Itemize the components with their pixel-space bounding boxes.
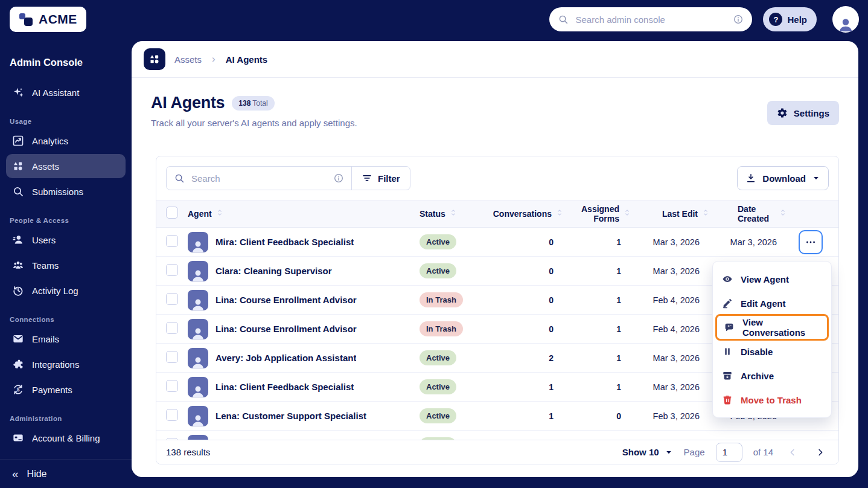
shapes-icon xyxy=(12,160,24,172)
agent-name: Mira: Client Feedback Specialist xyxy=(215,237,354,247)
person-icon xyxy=(190,384,206,397)
row-checkbox[interactable] xyxy=(166,322,178,334)
sidebar-item-users[interactable]: Users xyxy=(6,228,126,252)
sidebar-item-label: Emails xyxy=(32,334,59,344)
page-header: AI Agents 138Total Track all your server… xyxy=(132,78,858,128)
download-icon xyxy=(745,173,756,184)
row-actions-button[interactable] xyxy=(799,230,823,254)
status-badge: In Trash xyxy=(420,321,463,336)
page-number-input[interactable] xyxy=(716,443,742,462)
column-label: Status xyxy=(420,209,445,219)
acme-logo[interactable]: ACME xyxy=(10,7,86,32)
help-button[interactable]: ? Help xyxy=(763,7,817,31)
column-label: Date Created xyxy=(738,204,775,223)
sidebar-item-activity-log[interactable]: Activity Log xyxy=(6,278,126,303)
column-header-assigned-forms[interactable]: Assigned Forms xyxy=(569,204,637,223)
download-label: Download xyxy=(762,173,806,184)
ellipsis-icon xyxy=(805,236,817,248)
row-checkbox[interactable] xyxy=(166,264,178,276)
menu-item-view-conversations[interactable]: View Conversations xyxy=(715,314,829,341)
chevron-left-icon xyxy=(788,448,797,457)
breadcrumb-assets-link[interactable]: Assets xyxy=(174,54,202,65)
download-button[interactable]: Download xyxy=(737,166,829,190)
previous-page-button[interactable] xyxy=(784,444,801,461)
sidebar-item-assets[interactable]: Assets xyxy=(6,154,126,178)
info-icon xyxy=(733,14,744,25)
settings-button[interactable]: Settings xyxy=(767,101,839,125)
question-icon: ? xyxy=(769,13,782,26)
column-label: Last Edit xyxy=(662,209,698,219)
row-actions-menu: View AgentEdit AgentView ConversationsDi… xyxy=(712,261,832,418)
topbar: ACME ? Help xyxy=(0,0,868,39)
conversations-count: 0 xyxy=(498,295,569,305)
menu-item-move-to-trash[interactable]: Move to Trash xyxy=(713,388,831,412)
sidebar-item-integrations[interactable]: Integrations xyxy=(6,352,126,376)
row-checkbox[interactable] xyxy=(166,235,178,247)
row-checkbox[interactable] xyxy=(166,380,178,392)
row-checkbox[interactable] xyxy=(166,351,178,363)
sort-icon xyxy=(701,208,710,217)
select-all-checkbox[interactable] xyxy=(166,207,178,219)
menu-item-disable[interactable]: Disable xyxy=(713,339,831,364)
teams-icon xyxy=(12,259,24,271)
sidebar-item-submissions[interactable]: Submissions xyxy=(6,179,126,204)
next-page-button[interactable] xyxy=(812,444,829,461)
show-label: Show 10 xyxy=(622,447,659,457)
row-checkbox[interactable] xyxy=(166,293,178,305)
sidebar-item-payments[interactable]: $Payments xyxy=(6,377,126,402)
menu-item-edit-agent[interactable]: Edit Agent xyxy=(713,291,831,315)
status-badge: Active xyxy=(420,263,456,278)
column-label: Conversations xyxy=(493,209,552,219)
table-row[interactable]: Mira: Client Feedback SpecialistActive01… xyxy=(156,228,838,257)
sidebar-item-account-billing[interactable]: Account & Billing xyxy=(6,426,126,450)
last-edit-date: Mar 3, 2026 xyxy=(637,266,715,276)
breadcrumb-current: AI Agents xyxy=(226,54,267,65)
person-icon xyxy=(190,268,206,281)
hide-sidebar-button[interactable]: « Hide xyxy=(0,459,132,488)
menu-item-label: View Conversations xyxy=(742,317,820,338)
conversations-count: 1 xyxy=(498,382,569,392)
settings-label: Settings xyxy=(794,108,829,118)
conversations-icon xyxy=(724,322,735,333)
table-search-input[interactable] xyxy=(190,173,328,184)
agent-avatar xyxy=(188,406,208,426)
person-icon xyxy=(190,297,206,310)
assigned-forms-count: 1 xyxy=(569,353,637,363)
sidebar-item-ai-assistant[interactable]: AI Assistant xyxy=(6,80,126,104)
menu-item-label: Archive xyxy=(741,371,774,381)
column-header-date-created[interactable]: Date Created xyxy=(715,204,793,223)
table-search[interactable] xyxy=(167,167,351,190)
search-icon xyxy=(558,14,569,25)
agent-name: Lina: Course Enrollment Advisor xyxy=(215,324,357,334)
column-header-conversations[interactable]: Conversations xyxy=(498,208,569,219)
row-checkbox[interactable] xyxy=(166,409,178,421)
sort-icon xyxy=(555,208,564,217)
assigned-forms-count: 1 xyxy=(569,266,637,276)
agent-avatar xyxy=(188,232,208,252)
sidebar-item-emails[interactable]: Emails xyxy=(6,327,126,351)
page-title: AI Agents xyxy=(151,94,225,112)
admin-search-input[interactable] xyxy=(574,14,727,25)
last-edit-date: Mar 3, 2026 xyxy=(637,382,715,392)
sidebar-item-analytics[interactable]: Analytics xyxy=(6,129,126,153)
column-header-agent[interactable]: Agent xyxy=(188,208,420,219)
double-chevron-left-icon: « xyxy=(12,468,19,480)
shapes-icon xyxy=(148,53,161,65)
admin-search[interactable] xyxy=(549,7,752,31)
menu-item-archive[interactable]: Archive xyxy=(713,364,831,388)
conversations-count: 1 xyxy=(498,411,569,421)
sort-icon xyxy=(622,208,632,217)
column-header-status[interactable]: Status xyxy=(420,208,498,219)
agent-name: Clara: Cleaning Supervisor xyxy=(215,266,332,276)
status-badge: Active xyxy=(420,350,456,365)
last-edit-date: Feb 4, 2026 xyxy=(637,324,715,334)
sidebar-item-teams[interactable]: Teams xyxy=(6,253,126,277)
conversations-count: 2 xyxy=(498,353,569,363)
menu-item-view-agent[interactable]: View Agent xyxy=(713,267,831,291)
agent-avatar xyxy=(188,261,208,281)
show-per-page-select[interactable]: Show 10 xyxy=(622,447,673,457)
filter-button[interactable]: Filter xyxy=(352,167,410,190)
column-header-last-edit[interactable]: Last Edit xyxy=(637,208,715,219)
user-avatar[interactable] xyxy=(832,6,859,33)
sidebar-item-label: Teams xyxy=(32,260,59,271)
